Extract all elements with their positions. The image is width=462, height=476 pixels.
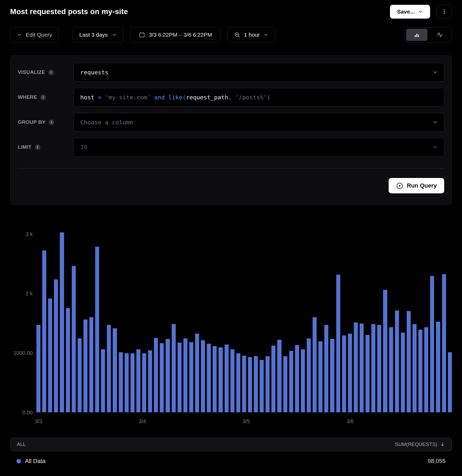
bar[interactable] <box>60 232 64 412</box>
bar[interactable] <box>407 311 411 412</box>
bar[interactable] <box>383 290 387 412</box>
edit-query-button[interactable]: Edit Query <box>10 27 59 42</box>
bar[interactable] <box>348 334 352 412</box>
bar[interactable] <box>207 344 211 412</box>
bar[interactable] <box>424 327 428 412</box>
info-icon[interactable]: i <box>35 144 40 150</box>
x-axis-row: 3/33/43/53/6 <box>10 413 452 426</box>
bar[interactable] <box>154 338 158 412</box>
bar[interactable] <box>336 275 340 412</box>
date-range-button[interactable]: 3/3 6:22PM – 3/6 6:22PM <box>131 27 220 42</box>
bar[interactable] <box>395 311 399 412</box>
bar[interactable] <box>101 349 105 412</box>
bar[interactable] <box>307 338 311 412</box>
bar[interactable] <box>48 299 52 412</box>
where-field[interactable]: host = 'my-site.com' and like(request_pa… <box>74 88 444 107</box>
bar[interactable] <box>389 327 393 412</box>
bar[interactable] <box>66 308 70 412</box>
bar[interactable] <box>242 356 246 412</box>
bar[interactable] <box>295 345 299 412</box>
bar[interactable] <box>354 322 358 412</box>
bar[interactable] <box>89 317 93 412</box>
interval-select[interactable]: 1 hour <box>227 27 276 42</box>
bar[interactable] <box>313 317 317 412</box>
visualize-row: VISUALIZE i requests <box>18 63 444 82</box>
bar[interactable] <box>142 353 146 412</box>
bar[interactable] <box>166 339 170 412</box>
bar[interactable] <box>430 276 434 412</box>
bar[interactable] <box>201 340 205 412</box>
bar[interactable] <box>178 343 182 412</box>
run-query-button[interactable]: Run Query <box>389 178 444 193</box>
bar[interactable] <box>136 349 140 412</box>
x-axis: 3/33/43/53/6 <box>36 413 452 426</box>
group-by-row: GROUP BY i Choose a column <box>18 113 444 131</box>
info-icon[interactable]: i <box>49 120 54 125</box>
where-token: , <box>228 94 235 101</box>
bar[interactable] <box>254 356 258 412</box>
bar[interactable] <box>413 324 417 412</box>
info-icon[interactable]: i <box>40 95 46 100</box>
bar[interactable] <box>418 330 422 412</box>
bar[interactable] <box>289 351 293 412</box>
visualize-field[interactable]: requests <box>74 63 444 82</box>
summary-row-all-data[interactable]: All Data 98,055 <box>10 451 452 465</box>
bar[interactable] <box>266 356 270 412</box>
bar[interactable] <box>107 325 111 412</box>
bar[interactable] <box>442 274 446 412</box>
bar[interactable] <box>125 353 129 412</box>
info-icon[interactable]: i <box>48 70 54 75</box>
bar[interactable] <box>342 335 346 412</box>
where-row: WHERE i host = 'my-site.com' and like(re… <box>18 88 444 107</box>
more-options-button[interactable] <box>436 5 452 19</box>
bar[interactable] <box>42 250 46 412</box>
bar[interactable] <box>230 349 234 412</box>
bar[interactable] <box>72 266 76 412</box>
bar[interactable] <box>436 322 440 412</box>
bar-chart-toggle-button[interactable] <box>406 29 427 41</box>
edit-query-label: Edit Query <box>26 32 52 38</box>
bar[interactable] <box>448 352 452 412</box>
chevron-down-icon <box>432 119 438 125</box>
save-button[interactable]: Save... <box>390 5 430 19</box>
bar[interactable] <box>78 338 82 412</box>
bar[interactable] <box>260 360 264 412</box>
bar[interactable] <box>371 324 375 412</box>
bar[interactable] <box>248 357 252 412</box>
bar[interactable] <box>172 324 176 412</box>
bar[interactable] <box>377 325 381 412</box>
calendar-icon <box>139 32 145 38</box>
limit-label-group: LIMIT i <box>18 144 74 150</box>
line-chart-toggle-button[interactable] <box>429 29 450 41</box>
bar[interactable] <box>183 338 187 412</box>
bar[interactable] <box>318 341 322 412</box>
bar[interactable] <box>236 353 240 412</box>
bar[interactable] <box>271 346 275 412</box>
group-by-field[interactable]: Choose a column <box>74 113 444 131</box>
bar[interactable] <box>366 335 369 412</box>
bar[interactable] <box>131 353 135 412</box>
bar[interactable] <box>83 320 87 412</box>
bar[interactable] <box>360 324 364 412</box>
bar[interactable] <box>36 325 40 412</box>
bar[interactable] <box>324 325 328 412</box>
sum-column-header[interactable]: SUM(REQUESTS) <box>395 441 445 447</box>
bar[interactable] <box>54 279 58 412</box>
bar[interactable] <box>119 352 123 412</box>
limit-field[interactable]: 10 <box>74 138 444 156</box>
bar[interactable] <box>213 346 217 412</box>
bar[interactable] <box>148 350 152 412</box>
bar[interactable] <box>301 349 305 412</box>
bar[interactable] <box>95 247 99 412</box>
time-range-select[interactable]: Last 3 days <box>73 27 123 42</box>
bar[interactable] <box>401 333 405 412</box>
bar[interactable] <box>219 347 222 412</box>
bar[interactable] <box>277 340 281 412</box>
bar[interactable] <box>160 343 164 412</box>
bar[interactable] <box>283 356 287 412</box>
bar[interactable] <box>195 334 199 412</box>
bar[interactable] <box>189 342 193 412</box>
bar[interactable] <box>330 339 334 412</box>
bar[interactable] <box>113 328 117 412</box>
bar[interactable] <box>225 345 229 412</box>
